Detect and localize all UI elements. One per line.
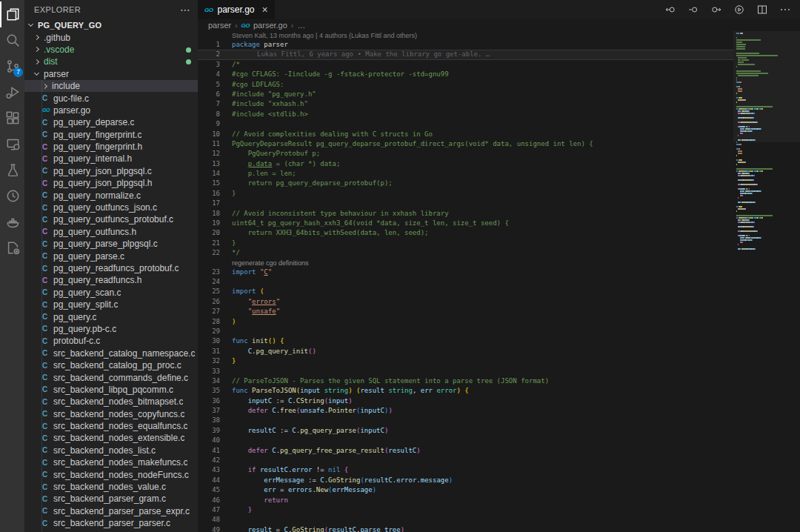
code-line-21[interactable]: 21}: [198, 239, 733, 248]
tree-file-pg_query_fingerprint.h[interactable]: Cpg_query_fingerprint.h: [24, 141, 198, 153]
tree-file-pg_query_readfuncs.h[interactable]: Cpg_query_readfuncs.h: [24, 274, 198, 286]
code-line-35[interactable]: 35func ParseToJSON(input string) (result…: [198, 386, 733, 396]
code-line-34[interactable]: 34// ParseToJSON - Parses the given SQL …: [198, 376, 733, 386]
tree-folder-.vscode[interactable]: .vscode: [24, 44, 198, 56]
code-line-19[interactable]: 19uint64_t pg_query_hash_xxh3_64(void *d…: [198, 219, 733, 228]
code-line-23[interactable]: 23import "C": [198, 267, 733, 277]
code-line-7[interactable]: 7#include "xxhash.h": [198, 99, 733, 109]
code-line-41[interactable]: 41 defer C.pg_query_free_parse_result(re…: [198, 446, 733, 456]
close-tab-icon[interactable]: ×: [262, 4, 268, 15]
tree-file-src_backend_nodes_extensible.c[interactable]: Csrc_backend_nodes_extensible.c: [24, 432, 198, 444]
code-line-44[interactable]: 44 errMessage := C.GoString(resultC.erro…: [198, 476, 733, 485]
code-line-6[interactable]: 6#include "pg_query.h": [198, 90, 733, 99]
code-area[interactable]: Steven Kalt, 13 months ago | 4 authors (…: [198, 31, 733, 532]
tree-file-pg_query.pb-c.c[interactable]: Cpg_query.pb-c.c: [24, 323, 198, 335]
tree-file-guc-file.c[interactable]: Cguc-file.c: [24, 92, 198, 104]
tree-file-src_backend_parser_parser.c[interactable]: Csrc_backend_parser_parser.c: [24, 517, 198, 529]
tree-folder-dist[interactable]: dist: [24, 56, 198, 67]
timeline-icon[interactable]: [733, 4, 745, 16]
code-line-46[interactable]: 46 return: [198, 496, 733, 505]
code-line-17[interactable]: 17: [198, 199, 733, 208]
tree-file-pg_query_split.c[interactable]: Cpg_query_split.c: [24, 299, 198, 310]
tree-file-src_backend_nodes_list.c[interactable]: Csrc_backend_nodes_list.c: [24, 445, 198, 456]
open-change-icon[interactable]: [687, 4, 699, 16]
tree-file-pg_query_fingerprint.c[interactable]: Cpg_query_fingerprint.c: [24, 129, 198, 141]
code-line-37[interactable]: 37 defer C.free(unsafe.Pointer(inputC)): [198, 406, 733, 416]
tree-file-pg_query_internal.h[interactable]: Cpg_query_internal.h: [24, 153, 198, 164]
code-line-43[interactable]: 43 if resultC.error != nil {: [198, 465, 733, 475]
extensions-icon[interactable]: [0, 105, 24, 131]
code-line-5[interactable]: 5#cgo LDFLAGS:: [198, 80, 733, 90]
tree-file-pg_query_parse_plpgsql.c[interactable]: Cpg_query_parse_plpgsql.c: [24, 238, 198, 250]
explorer-icon[interactable]: [0, 1, 24, 27]
code-line-3[interactable]: 3/*: [198, 60, 733, 70]
tree-file-src_backend_parser_gram.c[interactable]: Csrc_backend_parser_gram.c: [24, 493, 198, 505]
tree-file-pg_query_json_plpgsql.c[interactable]: Cpg_query_json_plpgsql.c: [24, 165, 198, 177]
code-line-38[interactable]: 38: [198, 416, 733, 425]
tab-parser-go[interactable]: GO parser.go ×: [198, 0, 275, 19]
source-control-icon[interactable]: 7: [0, 53, 24, 79]
tree-file-src_backend_catalog_pg_proc.c[interactable]: Csrc_backend_catalog_pg_proc.c: [24, 359, 198, 371]
project-settings-icon[interactable]: [0, 235, 24, 261]
minimap[interactable]: [733, 31, 800, 532]
code-line-31[interactable]: 31 C.pg_query_init(): [198, 347, 733, 356]
tree-file-src_backend_nodes_nodeFuncs.c[interactable]: Csrc_backend_nodes_nodeFuncs.c: [24, 468, 198, 480]
tree-file-pg_query_readfuncs_protobuf.c[interactable]: Cpg_query_readfuncs_protobuf.c: [24, 262, 198, 274]
code-line-14[interactable]: 14 p.len = len;: [198, 169, 733, 179]
codelens-action[interactable]: regenerate cgo definitions: [198, 259, 733, 267]
code-line-39[interactable]: 39 resultC := C.pg_query_parse(inputC): [198, 426, 733, 436]
tree-file-pg_query_deparse.c[interactable]: Cpg_query_deparse.c: [24, 116, 198, 128]
code-line-20[interactable]: 20 return XXH3_64bits_withSeed(data, len…: [198, 228, 733, 238]
code-line-32[interactable]: 32}: [198, 356, 733, 366]
tree-file-src_backend_nodes_makefuncs.c[interactable]: Csrc_backend_nodes_makefuncs.c: [24, 456, 198, 468]
code-line-48[interactable]: 48: [198, 515, 733, 525]
code-line-24[interactable]: 24: [198, 277, 733, 287]
tree-file-pg_query_normalize.c[interactable]: Cpg_query_normalize.c: [24, 189, 198, 201]
code-line-18[interactable]: 18// Avoid inconsistent type behaviour i…: [198, 209, 733, 219]
tree-file-pg_query_outfuncs.h[interactable]: Cpg_query_outfuncs.h: [24, 226, 198, 238]
code-line-30[interactable]: 30func init() {: [198, 336, 733, 346]
code-line-10[interactable]: 10// Avoid complexities dealing with C s…: [198, 130, 733, 139]
code-line-25[interactable]: 25import (: [198, 287, 733, 296]
tree-file-src_backend_catalog_namespace.c[interactable]: Csrc_backend_catalog_namespace.c: [24, 348, 198, 359]
code-line-11[interactable]: 11PgQueryDeparseResult pg_query_deparse_…: [198, 139, 733, 149]
tree-file-pg_query.c[interactable]: Cpg_query.c: [24, 310, 198, 322]
tree-file-src_backend_nodes_value.c[interactable]: Csrc_backend_nodes_value.c: [24, 481, 198, 493]
tree-file-src_backend_nodes_copyfuncs.c[interactable]: Csrc_backend_nodes_copyfuncs.c: [24, 408, 198, 420]
code-line-12[interactable]: 12 PgQueryProtobuf p;: [198, 149, 733, 159]
code-line-4[interactable]: 4#cgo CFLAGS: -Iinclude -g -fstack-prote…: [198, 70, 733, 79]
code-line-42[interactable]: 42: [198, 456, 733, 465]
tree-file-parser.go[interactable]: GOparser.go: [24, 104, 198, 116]
breadcrumb-folder[interactable]: parser: [208, 21, 231, 30]
explorer-more-actions-icon[interactable]: ⋯: [180, 4, 190, 16]
code-line-28[interactable]: 28): [198, 317, 733, 327]
tree-file-src_backend_nodes_bitmapset.c[interactable]: Csrc_backend_nodes_bitmapset.c: [24, 396, 198, 408]
search-icon[interactable]: [0, 27, 24, 53]
tree-file-src_backend_nodes_equalfuncs.c[interactable]: Csrc_backend_nodes_equalfuncs.c: [24, 420, 198, 432]
code-line-13[interactable]: 13 p.data = (char *) data;: [198, 159, 733, 169]
code-line-8[interactable]: 8#include <stdlib.h>: [198, 110, 733, 119]
tree-file-pg_query_json_plpgsql.h[interactable]: Cpg_query_json_plpgsql.h: [24, 177, 198, 189]
code-line-40[interactable]: 40: [198, 436, 733, 445]
tree-folder-.github[interactable]: .github: [24, 31, 198, 43]
next-change-icon[interactable]: [710, 4, 722, 16]
code-line-33[interactable]: 33: [198, 367, 733, 376]
tree-file-pg_query_scan.c[interactable]: Cpg_query_scan.c: [24, 287, 198, 299]
prev-change-icon[interactable]: [664, 4, 676, 16]
code-line-36[interactable]: 36 inputC := C.CString(input): [198, 396, 733, 406]
breadcrumb-symbol[interactable]: …: [297, 21, 305, 30]
code-line-26[interactable]: 26 "errors": [198, 297, 733, 307]
tree-file-pg_query_outfuncs_json.c[interactable]: Cpg_query_outfuncs_json.c: [24, 202, 198, 213]
tree-file-src_backend_commands_define.c[interactable]: Csrc_backend_commands_define.c: [24, 371, 198, 383]
code-line-22[interactable]: 22*/: [198, 248, 733, 258]
workspace-root[interactable]: PG_QUERY_GO: [24, 19, 198, 31]
tree-file-src_backend_parser_parse_expr.c[interactable]: Csrc_backend_parser_parse_expr.c: [24, 505, 198, 517]
tree-file-src_backend_libpq_pqcomm.c[interactable]: Csrc_backend_libpq_pqcomm.c: [24, 384, 198, 396]
tree-folder-parser[interactable]: parser: [24, 68, 198, 80]
code-line-9[interactable]: 9: [198, 119, 733, 129]
code-line-15[interactable]: 15 return pg_query_deparse_protobuf(p);: [198, 179, 733, 188]
breadcrumb-file[interactable]: parser.go: [253, 21, 287, 30]
testing-icon[interactable]: [0, 157, 24, 183]
code-line-27[interactable]: 27 "unsafe": [198, 307, 733, 316]
code-line-16[interactable]: 16}: [198, 189, 733, 199]
